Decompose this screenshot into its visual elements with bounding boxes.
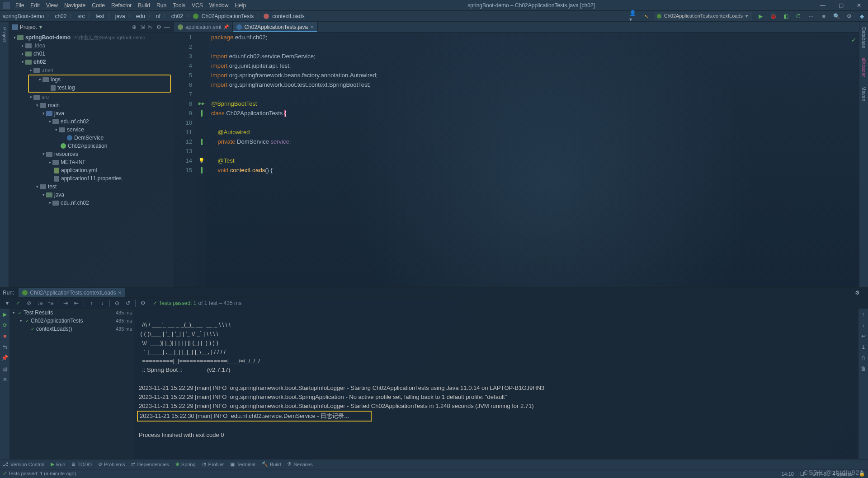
menu-window[interactable]: Window bbox=[207, 1, 231, 10]
editor-tab-ch02tests[interactable]: Ch02ApplicationTests.java × bbox=[233, 22, 317, 32]
menu-help[interactable]: Help bbox=[232, 1, 249, 10]
crumb[interactable]: src bbox=[76, 13, 85, 19]
tool-project[interactable]: Project bbox=[2, 25, 7, 44]
sort-icon[interactable]: ↓≡ bbox=[35, 299, 44, 308]
test-settings-icon[interactable]: ⚙ bbox=[138, 299, 147, 308]
more-run-icon[interactable]: ⋯ bbox=[807, 12, 816, 21]
tool-build[interactable]: 🔨Build bbox=[262, 461, 281, 467]
panel-settings-icon[interactable]: ⚙ bbox=[155, 23, 163, 31]
editor-gutter[interactable]: ▶▶ 💡 bbox=[197, 33, 207, 287]
menu-code[interactable]: Code bbox=[89, 1, 108, 10]
indent-settings[interactable]: 4 spaces bbox=[833, 471, 853, 477]
line-separator[interactable]: LF bbox=[800, 471, 806, 477]
run-class-gutter-icon[interactable]: ▶▶ bbox=[198, 99, 205, 108]
scroll-up-icon[interactable]: ↑ bbox=[862, 311, 865, 318]
project-view-dropdown[interactable]: ▾ bbox=[39, 24, 42, 30]
tool-todo[interactable]: ≣TODO bbox=[71, 461, 92, 467]
test-tree[interactable]: ▾✓Test Results435 ms ▾✓Ch02ApplicationTe… bbox=[10, 309, 134, 459]
stop-run-button[interactable]: ■ bbox=[3, 333, 6, 339]
menu-build[interactable]: Build bbox=[135, 1, 153, 10]
tool-version-control[interactable]: ⎇Version Control bbox=[3, 461, 44, 467]
menu-tools[interactable]: Tools bbox=[170, 1, 188, 10]
crumb[interactable]: Ch02ApplicationTests bbox=[201, 13, 255, 19]
close-button[interactable]: ✕ bbox=[850, 0, 868, 11]
settings-button[interactable]: ⚙ bbox=[844, 12, 854, 21]
back-button[interactable]: ↖ bbox=[642, 12, 651, 21]
close-icon[interactable]: ✕ bbox=[3, 376, 7, 383]
scroll-to-end-icon[interactable]: ⤓ bbox=[861, 344, 866, 350]
menu-navigate[interactable]: Navigate bbox=[61, 1, 88, 10]
inspection-ok-icon[interactable]: ✓ bbox=[851, 35, 856, 45]
run-button[interactable]: ▶ bbox=[756, 12, 765, 21]
print-icon[interactable]: ⎙ bbox=[862, 355, 865, 361]
show-passed-icon[interactable]: ✓ bbox=[14, 299, 23, 308]
intention-bulb-icon[interactable]: 💡 bbox=[198, 156, 205, 165]
hide-panel-icon[interactable]: — bbox=[163, 23, 171, 31]
file-encoding[interactable]: UTF-8 bbox=[812, 471, 826, 477]
import-icon[interactable]: ⇥ bbox=[61, 299, 70, 308]
caret-position[interactable]: 14:10 bbox=[781, 471, 794, 477]
history-icon[interactable]: ↺ bbox=[123, 299, 132, 308]
readonly-indicator[interactable]: 🔓 bbox=[859, 471, 865, 477]
rerun-failed-button[interactable]: ⟳ bbox=[3, 322, 7, 328]
tool-dependencies[interactable]: ⇄Dependencies bbox=[131, 461, 169, 467]
run-config-selector[interactable]: Ch02ApplicationTests.contextLoads bbox=[655, 12, 752, 20]
run-settings-icon[interactable]: ⚙ bbox=[855, 290, 860, 296]
crumb[interactable]: ch02 bbox=[54, 13, 67, 19]
code-content[interactable]: package edu.nf.ch02; import edu.nf.ch02.… bbox=[207, 33, 859, 287]
coverage-button[interactable]: ◧ bbox=[781, 12, 790, 21]
locate-icon[interactable]: ⊕ bbox=[130, 23, 138, 31]
scroll-down-icon[interactable]: ↓ bbox=[862, 322, 865, 328]
project-tree[interactable]: ▾springBoot-demoD:\作业汇总\S5\springBoot-de… bbox=[9, 33, 174, 287]
export-icon[interactable]: ⇤ bbox=[72, 299, 81, 308]
menu-file[interactable]: File bbox=[13, 1, 27, 10]
tool-run[interactable]: ▶Run bbox=[51, 461, 65, 467]
editor-tab-application-yml[interactable]: application.yml 📌 bbox=[174, 22, 233, 32]
stop-button[interactable]: ■ bbox=[819, 12, 828, 21]
minimize-button[interactable]: — bbox=[814, 0, 832, 11]
tool-terminal[interactable]: ▣Terminal bbox=[230, 461, 255, 467]
ai-button[interactable]: ◆ bbox=[857, 12, 866, 21]
watch-icon[interactable]: ⊙ bbox=[113, 299, 122, 308]
maximize-button[interactable]: ▢ bbox=[832, 0, 850, 11]
tree-node-logs[interactable]: ▾logs bbox=[29, 75, 170, 84]
clear-icon[interactable]: 🗑 bbox=[861, 366, 866, 372]
crumb[interactable]: ch02 bbox=[170, 13, 184, 19]
menu-view[interactable]: View bbox=[43, 1, 61, 10]
profile-button[interactable]: ⏱ bbox=[794, 12, 803, 21]
menu-refactor[interactable]: Refactor bbox=[108, 1, 134, 10]
menu-edit[interactable]: Edit bbox=[28, 1, 42, 10]
pin-icon[interactable]: 📌 bbox=[223, 24, 229, 29]
crumb[interactable]: java bbox=[114, 13, 126, 19]
soft-wrap-icon[interactable]: ↩ bbox=[861, 333, 866, 339]
collapse-all-icon[interactable]: ⇱ bbox=[146, 23, 155, 31]
close-tab-icon[interactable]: × bbox=[310, 23, 314, 30]
tool-aixcoder[interactable]: aiXcoder bbox=[861, 56, 867, 79]
prev-fail-icon[interactable]: ↑ bbox=[87, 299, 96, 308]
layout-icon[interactable]: ▤ bbox=[2, 366, 7, 372]
toggle-auto-icon[interactable]: ⇆ bbox=[3, 344, 7, 350]
vcs-user-icon[interactable]: 👤▾ bbox=[629, 12, 638, 21]
crumb[interactable]: springBoot-demo bbox=[2, 13, 45, 19]
tool-services[interactable]: ⚗Services bbox=[287, 461, 312, 467]
tool-maven[interactable]: Maven bbox=[861, 84, 867, 103]
show-ignored-icon[interactable]: ⊘ bbox=[24, 299, 33, 308]
search-button[interactable]: 🔍 bbox=[832, 12, 841, 21]
rerun-button[interactable]: ▶ bbox=[3, 311, 7, 318]
console-output[interactable]: /\\ / ___'_ __ _ _(_)_ __ __ _ \ \ \ \ (… bbox=[134, 309, 858, 459]
menu-vcs[interactable]: VCS bbox=[189, 1, 206, 10]
tree-node-testlog[interactable]: test.log bbox=[29, 84, 170, 92]
debug-button[interactable]: 🐞 bbox=[769, 12, 778, 21]
tool-problems[interactable]: ⊘Problems bbox=[98, 461, 125, 467]
expand-all-icon[interactable]: ⇲ bbox=[138, 23, 146, 31]
sort2-icon[interactable]: ↑≡ bbox=[46, 299, 55, 308]
menu-run[interactable]: Run bbox=[154, 1, 169, 10]
crumb[interactable]: test bbox=[94, 13, 105, 19]
crumb[interactable]: contextLoads bbox=[271, 13, 305, 19]
next-fail-icon[interactable]: ↓ bbox=[98, 299, 107, 308]
run-config-tab[interactable]: Ch02ApplicationTests.contextLoads × bbox=[19, 288, 125, 297]
expand-tests-icon[interactable]: ▾ bbox=[3, 299, 12, 308]
hide-run-icon[interactable]: — bbox=[860, 290, 865, 296]
pin-icon[interactable]: 📌 bbox=[1, 355, 8, 361]
crumb[interactable]: nf bbox=[155, 13, 161, 19]
